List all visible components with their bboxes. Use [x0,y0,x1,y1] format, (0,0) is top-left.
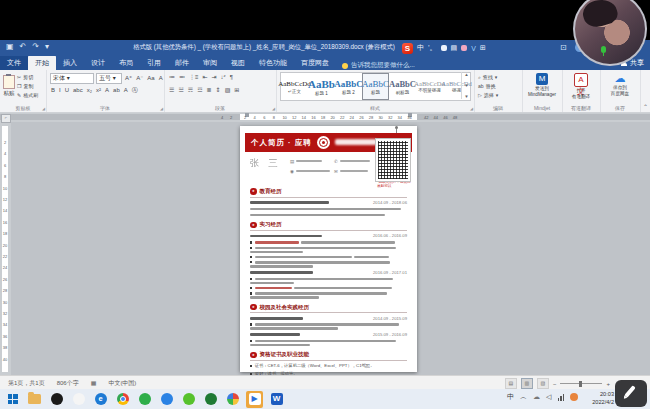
font-button[interactable]: A [158,74,164,83]
chrome-icon[interactable] [114,391,131,408]
copy-button[interactable]: ❐复制 [17,82,38,90]
tell-me-box[interactable]: 告诉我您想要做什么... [342,61,415,70]
font-button[interactable]: A [123,86,129,95]
font-button[interactable]: A [104,86,110,95]
paragraph-button[interactable]: ▨ [224,86,232,95]
paragraph-button[interactable]: ☱ [177,86,184,95]
font-name-select[interactable]: 宋体 ▾ [50,73,94,84]
translate-icon[interactable]: V [471,45,476,52]
network-icon[interactable] [558,394,565,401]
select-button[interactable]: ▷选择▾ [478,91,498,99]
tab-special-features[interactable]: 特色功能 [252,55,294,70]
paragraph-button[interactable]: ☴ [187,86,194,95]
style-item[interactable]: AaBbCcDd不明显强调 [416,73,443,100]
font-button[interactable]: x₂ [86,86,93,95]
scroll-down-icon[interactable]: ▼ [462,83,471,88]
page-indicator[interactable]: 第1页，共1页 [8,379,45,388]
paragraph-button[interactable]: ↓ᶻ [220,73,227,82]
input-indicator[interactable]: 中 [507,392,514,402]
read-mode-icon[interactable]: ▤ [505,378,517,389]
paragraph-button[interactable]: ⇕ [215,86,222,95]
wechat-icon[interactable] [180,391,197,408]
paragraph-button[interactable]: ⇥ [211,73,218,82]
send-to-mindmanager-button[interactable]: M 发送到 MindManager [525,73,559,97]
undo-icon[interactable]: ↶ [20,42,27,51]
gallery-more-icon[interactable]: ▼ [462,94,471,99]
style-item[interactable]: AaBbC副标题 [389,73,416,100]
font-button[interactable]: x² [95,86,102,95]
mic-icon[interactable] [441,45,447,51]
resume-page[interactable]: 个人简历 · 应聘 *贴本人照片，蓝底白底都可以 张 三 ▤✆◉✉ ★教育经历2… [240,126,417,372]
person-icon[interactable] [461,45,467,51]
onedrive-icon[interactable]: ☁ [533,393,540,401]
grid-icon[interactable]: ⊞ [480,44,486,52]
cut-button[interactable]: ✂剪切 [17,73,38,81]
font-button[interactable]: Aa [146,74,155,83]
dialog-launcher-icon[interactable]: ◢ [42,106,45,111]
tab-baidu-netdisk[interactable]: 百度网盘 [294,55,336,70]
find-button[interactable]: ⌕查找▾ [478,73,497,81]
tab-home[interactable]: 开始 [28,55,56,70]
keyboard-icon[interactable]: ▤ [451,44,458,52]
font-button[interactable]: B [50,86,56,95]
font-button[interactable]: A⁻ [135,74,144,83]
tab-mailings[interactable]: 邮件 [168,55,196,70]
dialog-launcher-icon[interactable]: ◢ [160,106,163,111]
green-app-icon[interactable] [136,391,153,408]
style-item[interactable]: AaBbC标题 [362,73,389,100]
security-app-icon[interactable] [202,391,219,408]
tab-file[interactable]: 文件 [0,55,28,70]
open-youdao-button[interactable]: A文 打开 有道翻译 [565,73,597,99]
vertical-ruler[interactable]: 246810121416182022242628303234363840 [0,122,11,375]
tab-selector[interactable]: ⌐ [1,114,11,123]
language-indicator[interactable]: 中文(中国) [108,379,136,388]
save-icon[interactable]: ▣ [6,42,14,51]
zoom-out-icon[interactable]: − [553,381,557,387]
proofing-icon[interactable]: ▦ [91,379,97,388]
speaker-icon[interactable]: ◁ [546,393,551,401]
font-button[interactable]: A⁺ [124,74,133,83]
sogou-logo[interactable]: S [402,43,413,54]
horizontal-ruler[interactable]: ⌐ 42246810121416182022242628303234364244… [0,112,650,122]
zoom-slider[interactable] [560,383,602,384]
document-canvas[interactable]: 个人简历 · 应聘 *贴本人照片，蓝底白底都可以 张 三 ▤✆◉✉ ★教育经历2… [0,122,650,375]
paragraph-button[interactable]: ⊞ [233,86,240,95]
paragraph-button[interactable]: ⇤ [202,73,209,82]
paragraph-button[interactable]: ⋮≡ [188,73,200,82]
ie-icon[interactable]: e [92,391,109,408]
tab-layout[interactable]: 布局 [112,55,140,70]
redo-icon[interactable]: ↷ [32,42,39,51]
format-painter-button[interactable]: ✎格式刷 [17,91,38,99]
font-button[interactable]: I [58,86,62,95]
meeting-app-icon[interactable] [224,391,241,408]
tab-insert[interactable]: 插入 [56,55,84,70]
start-button[interactable] [4,391,21,408]
font-button[interactable]: U [64,86,70,95]
dialog-launcher-icon[interactable]: ◢ [470,106,473,111]
print-layout-icon[interactable]: ▥ [521,378,533,389]
collapse-ribbon-icon[interactable]: ⌃ [643,103,648,110]
web-layout-icon[interactable]: ▧ [537,378,549,389]
paragraph-button[interactable]: ¶ [229,73,234,82]
tab-view[interactable]: 视图 [224,55,252,70]
antivirus-icon[interactable] [570,393,578,401]
qat-dropdown-icon[interactable]: ▾ [45,42,49,51]
scroll-up-icon[interactable]: ▲ [462,72,471,77]
clock[interactable]: 20:03 2022/4/2 [592,391,614,407]
lang-zh-icon[interactable]: 中 [417,43,424,53]
font-size-select[interactable]: 五号 ▾ [96,73,122,84]
qq-icon[interactable] [48,391,65,408]
style-item[interactable]: AaBbCcDd↵正文 [281,73,308,100]
word-icon[interactable]: W [268,391,285,408]
tab-review[interactable]: 审阅 [196,55,224,70]
tim-icon[interactable] [158,391,175,408]
tab-design[interactable]: 设计 [84,55,112,70]
style-item[interactable]: AaBbC标题 2 [335,73,362,100]
paragraph-button[interactable]: ☲ [196,86,203,95]
paragraph-button[interactable]: ≔ [168,73,176,82]
ribbon-display-options-icon[interactable]: ⊡ [560,43,567,52]
class-app-icon[interactable]: ▶ [246,391,263,408]
sogou-icon[interactable] [70,391,87,408]
word-count[interactable]: 806个字 [57,379,79,388]
tray-expand-caret[interactable]: ︿ [520,392,527,402]
